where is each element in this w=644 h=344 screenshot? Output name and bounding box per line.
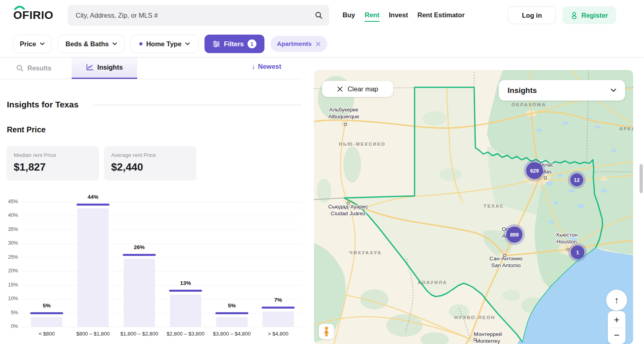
filters-button[interactable]: Filters 1 — [204, 35, 264, 53]
map-city-label: San Antonio — [491, 262, 521, 268]
bar[interactable] — [170, 295, 201, 327]
bar[interactable] — [31, 317, 62, 327]
chart-gridline — [22, 257, 302, 258]
city-dot — [544, 177, 547, 179]
bar-cap — [169, 290, 202, 292]
map-cluster-marker[interactable]: 1 — [571, 245, 584, 259]
zoom-in-button[interactable]: + — [608, 312, 625, 328]
x-axis-label: > $4,800 — [254, 331, 302, 337]
y-axis-tick: 10% — [7, 296, 18, 301]
bar-value-label: 44% — [76, 194, 109, 200]
bar-cap — [30, 312, 63, 314]
active-filter-dot — [139, 42, 142, 45]
header: OFIRIO Buy Rent Invest Rent Estimator Lo… — [0, 0, 644, 57]
filters-count-badge: 1 — [248, 39, 256, 48]
tab-insights[interactable]: Insights — [72, 57, 137, 79]
price-filter-button[interactable]: Price — [13, 35, 52, 53]
chart-gridline — [22, 230, 302, 230]
map-state-label: ЧИХУАХУА — [349, 250, 382, 255]
rent-price-bar-chart: 0%5%10%15%20%25%30%35%40%45%5%< $80044%$… — [7, 189, 302, 342]
chevron-down-icon — [185, 42, 190, 45]
street-view-pegman-button[interactable] — [319, 324, 334, 339]
map[interactable]: НЬЮ-МЕКСИКООКЛАХОМААРКАНЗАСЧИХУАХУАТЕХАС… — [314, 70, 633, 344]
bar-value-label: 7% — [262, 297, 295, 303]
y-axis-tick: 20% — [7, 268, 18, 274]
bar[interactable] — [262, 311, 294, 327]
city-dot — [567, 248, 569, 251]
map-cluster-marker[interactable]: 12 — [570, 173, 583, 186]
city-dot — [344, 123, 347, 126]
search-icon — [16, 64, 24, 72]
y-axis-tick: 30% — [7, 240, 18, 246]
zoom-out-button[interactable]: − — [608, 328, 625, 343]
section-title-rent-price: Rent Price — [7, 125, 45, 134]
stat-value: $1,827 — [14, 161, 92, 173]
y-axis-tick: 0% — [7, 323, 18, 329]
pegman-icon — [322, 326, 331, 337]
y-axis-tick: 35% — [7, 227, 18, 232]
city-dot — [504, 254, 506, 257]
stat-label: Average rent Price — [111, 152, 189, 158]
apartments-filter-chip[interactable]: Apartments — [270, 36, 327, 52]
bar[interactable] — [77, 208, 109, 327]
beds-baths-filter-button[interactable]: Beds & Baths — [58, 35, 125, 53]
nav-invest[interactable]: Invest — [389, 11, 408, 19]
map-state-label: КОАУИЛА — [418, 280, 448, 285]
map-state-label: ТЕХАС — [483, 204, 504, 208]
x-axis-label: $3,800 – $4,800 — [208, 331, 256, 337]
bar-cap — [123, 254, 156, 256]
bar-cap — [215, 312, 248, 314]
stat-value: $2,440 — [111, 161, 189, 173]
chart-gridline — [22, 299, 302, 299]
page-scrollbar[interactable] — [640, 164, 643, 193]
bar[interactable] — [216, 317, 248, 327]
nav-rent[interactable]: Rent — [365, 11, 380, 22]
chart-gridline — [22, 202, 302, 202]
y-axis-tick: 5% — [7, 310, 18, 315]
close-icon[interactable] — [316, 41, 321, 47]
bar-value-label: 5% — [30, 303, 63, 309]
clear-map-button[interactable]: Clear map — [322, 81, 393, 97]
chart-gridline — [22, 216, 302, 216]
map-city-label: Ciudad Juárez — [330, 210, 365, 216]
scroll-to-top-button[interactable]: ↑ — [606, 290, 627, 311]
register-button[interactable]: Register — [562, 6, 616, 24]
close-icon — [337, 86, 343, 92]
x-axis-label: $1,800 – $2,800 — [115, 331, 163, 337]
title-divider — [94, 105, 302, 105]
tab-results[interactable]: Results — [16, 57, 52, 79]
map-cluster-marker[interactable]: 899 — [506, 227, 522, 243]
arrow-up-icon: ↑ — [614, 295, 619, 306]
sort-newest[interactable]: ↓ Newest — [252, 62, 281, 71]
y-axis-tick: 15% — [7, 282, 18, 288]
search-icon[interactable] — [315, 11, 323, 19]
nav-rent-estimator[interactable]: Rent Estimator — [417, 11, 464, 19]
stat-label: Median rent Price — [14, 152, 92, 158]
map-insights-dropdown[interactable]: Insights — [499, 80, 625, 101]
map-cluster-marker[interactable]: 629 — [526, 162, 543, 179]
city-dot — [347, 202, 349, 204]
home-type-filter-button[interactable]: Home Type — [130, 35, 199, 53]
search-input[interactable] — [76, 5, 309, 26]
nav-buy[interactable]: Buy — [343, 11, 355, 19]
login-button[interactable]: Log in — [508, 6, 556, 24]
logo[interactable]: OFIRIO — [13, 9, 53, 22]
chart-gridline — [22, 285, 302, 286]
sliders-icon — [213, 41, 220, 47]
bar-value-label: 13% — [169, 280, 202, 286]
x-axis-label: $2,800 – $3,800 — [161, 331, 210, 337]
chart-gridline — [22, 243, 302, 244]
y-axis-tick: 45% — [7, 199, 18, 204]
person-icon — [570, 12, 578, 19]
map-zoom-controls: + − — [608, 311, 625, 344]
bar-value-label: 5% — [215, 303, 248, 309]
map-city-label: Albuquerque — [328, 113, 359, 119]
chevron-down-icon — [112, 42, 117, 45]
map-city-label: Монтеррей — [474, 331, 502, 337]
y-axis-tick: 40% — [7, 212, 18, 218]
map-city-label: Хьюстон — [556, 232, 578, 238]
map-state-label: НУЭВО-ЛЕОН — [454, 315, 495, 320]
x-axis-label: < $800 — [23, 331, 71, 337]
bar[interactable] — [124, 259, 155, 327]
map-canvas[interactable]: НЬЮ-МЕКСИКООКЛАХОМААРКАНЗАСЧИХУАХУАТЕХАС… — [314, 70, 633, 344]
